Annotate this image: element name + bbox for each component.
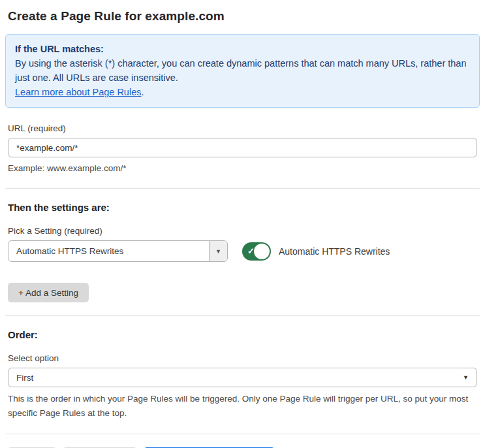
order-dropdown[interactable]: First ▼ bbox=[8, 368, 477, 387]
url-input[interactable] bbox=[8, 138, 477, 157]
setting-dropdown-arrow-button[interactable]: ▼ bbox=[209, 241, 227, 261]
setting-row: Automatic HTTPS Rewrites ▼ ✓ Automatic H… bbox=[8, 240, 477, 262]
url-field-label: URL (required) bbox=[8, 123, 477, 133]
divider bbox=[5, 315, 480, 316]
info-box-heading: If the URL matches: bbox=[15, 42, 470, 56]
order-dropdown-value: First bbox=[16, 373, 33, 383]
url-match-info-box: If the URL matches: By using the asteris… bbox=[5, 34, 480, 108]
order-helper-text: This is the order in which your Page Rul… bbox=[8, 392, 477, 421]
learn-more-link[interactable]: Learn more about Page Rules bbox=[15, 87, 141, 97]
order-section-heading: Order: bbox=[8, 329, 477, 340]
divider bbox=[5, 188, 480, 189]
toggle-knob bbox=[254, 244, 270, 259]
chevron-down-icon: ▼ bbox=[215, 248, 221, 255]
setting-dropdown[interactable]: Automatic HTTPS Rewrites ▼ bbox=[8, 240, 228, 262]
link-suffix: . bbox=[141, 87, 144, 97]
https-rewrites-toggle[interactable]: ✓ bbox=[242, 242, 271, 261]
settings-section-heading: Then the settings are: bbox=[8, 202, 477, 213]
pick-setting-label: Pick a Setting (required) bbox=[8, 226, 477, 236]
divider bbox=[5, 434, 480, 434]
create-page-rule-form: Create a Page Rule for example.com If th… bbox=[0, 0, 485, 448]
url-helper-text: Example: www.example.com/* bbox=[8, 162, 477, 175]
chevron-down-icon: ▼ bbox=[463, 374, 469, 381]
info-box-body: By using the asterisk (*) character, you… bbox=[15, 56, 470, 85]
page-title: Create a Page Rule for example.com bbox=[8, 9, 477, 24]
info-box-link-line: Learn more about Page Rules. bbox=[15, 85, 470, 99]
add-setting-button[interactable]: + Add a Setting bbox=[8, 283, 89, 302]
order-select-label: Select option bbox=[8, 353, 477, 363]
toggle-label: Automatic HTTPS Rewrites bbox=[279, 246, 390, 257]
setting-dropdown-value: Automatic HTTPS Rewrites bbox=[8, 241, 209, 261]
